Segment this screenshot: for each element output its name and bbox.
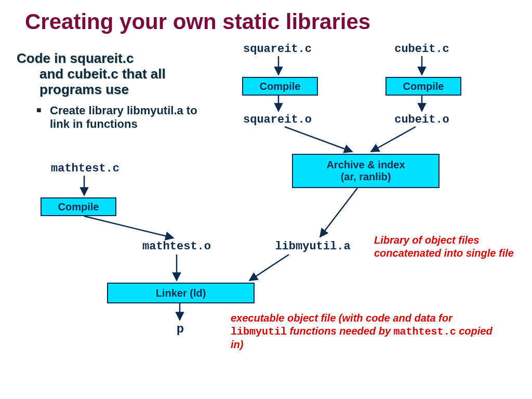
exec-mid: functions needed by [287, 325, 394, 337]
svg-line-8 [84, 216, 174, 238]
file-squareit-o: squareit.o [236, 113, 319, 126]
file-cubeit-c: cubeit.c [385, 43, 458, 56]
svg-line-5 [371, 127, 416, 152]
subhead-line1: Code in squareit.c [17, 50, 134, 66]
exec-libmyutil: libmyutil [231, 326, 287, 338]
file-mathtest-o: mathtest.o [135, 240, 218, 253]
slide-title: Creating your own static libraries [25, 9, 370, 34]
note-executable: executable object file (with code and da… [231, 312, 506, 351]
file-p: p [172, 322, 188, 336]
box-linker: Linker (ld) [107, 283, 255, 303]
subhead-line2: and cubeit.c that all programs use [17, 66, 209, 98]
svg-line-10 [249, 255, 289, 281]
bullet-create-library: Create library libmyutil.a to link in fu… [50, 104, 206, 131]
box-compile-mathtest: Compile [41, 197, 116, 216]
box-archive: Archive & index (ar, ranlib) [292, 154, 440, 188]
svg-line-6 [320, 188, 357, 237]
file-mathtest-c: mathtest.c [44, 162, 127, 175]
subheading: Code in squareit.c and cubeit.c that all… [17, 51, 209, 98]
svg-line-4 [285, 127, 352, 152]
exec-prefix: executable object file (with code and da… [231, 312, 453, 324]
box-compile-squareit: Compile [242, 77, 318, 96]
box-compile-cubeit: Compile [385, 77, 461, 96]
exec-mathtest: mathtest.c [394, 326, 456, 338]
file-cubeit-o: cubeit.o [385, 113, 458, 126]
file-libmyutil-a: libmyutil.a [266, 240, 360, 253]
file-squareit-c: squareit.c [236, 43, 319, 56]
note-library: Library of object files concatenated int… [374, 234, 514, 260]
